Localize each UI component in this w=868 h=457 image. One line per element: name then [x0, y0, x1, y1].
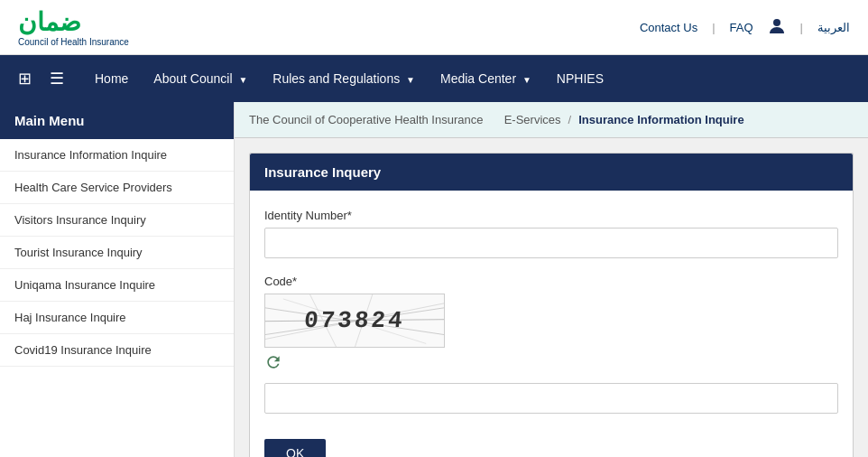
list-item: Uniqama Insurance Inquire [0, 269, 234, 302]
main-content: The Council of Cooperative Health Insura… [235, 102, 868, 457]
list-item: Insurance Information Inquire [0, 139, 234, 172]
nav-nphies[interactable]: NPHIES [544, 58, 616, 99]
rules-arrow: ▼ [406, 75, 415, 85]
sidebar-tourist-insurance[interactable]: Tourist Insurance Inquiry [0, 237, 234, 269]
sidebar-uniqama-insurance[interactable]: Uniqama Insurance Inquire [0, 269, 234, 302]
person-icon[interactable] [768, 17, 786, 38]
sidebar-health-care[interactable]: Health Care Service Providers [0, 172, 234, 204]
breadcrumb-sep1 [490, 113, 496, 126]
sidebar-haj-insurance[interactable]: Haj Insurance Inquire [0, 302, 234, 334]
nav-bar: ⊞ ☰ Home About Council ▼ Rules and Regul… [0, 55, 868, 102]
captcha-image: 073824 [264, 294, 445, 348]
top-links: Contact Us | FAQ | العربية [640, 17, 850, 38]
list-item: Covid19 Insurance Inquire [0, 334, 234, 367]
nav-about-council[interactable]: About Council ▼ [141, 58, 260, 99]
captcha-text: 073824 [303, 307, 406, 334]
logo-arabic-text: ضمان [18, 8, 81, 36]
divider-2: | [800, 21, 803, 34]
about-council-arrow: ▼ [238, 75, 247, 85]
sidebar-insurance-info[interactable]: Insurance Information Inquire [0, 139, 234, 172]
divider-1: | [712, 21, 715, 34]
breadcrumb-current: Insurance Information Inquire [578, 113, 743, 126]
breadcrumb: The Council of Cooperative Health Insura… [235, 102, 868, 138]
nav-rules-regulations[interactable]: Rules and Regulations ▼ [260, 58, 428, 99]
nav-media-center[interactable]: Media Center ▼ [428, 58, 544, 99]
list-item: Visitors Insurance Inquiry [0, 204, 234, 237]
sidebar-title: Main Menu [0, 102, 234, 139]
top-bar: ضمان Council of Health Insurance Contact… [0, 0, 868, 55]
breadcrumb-level2[interactable]: E-Services [504, 113, 561, 126]
code-input[interactable] [264, 383, 838, 414]
list-item: Health Care Service Providers [0, 172, 234, 204]
grid-icon[interactable]: ⊞ [9, 61, 41, 96]
ok-button[interactable]: OK [264, 439, 326, 457]
media-arrow: ▼ [522, 75, 531, 85]
svg-point-0 [773, 19, 780, 26]
captcha-refresh-button[interactable] [264, 353, 282, 376]
form-box-title: Insurance Inquery [250, 154, 853, 191]
sidebar-visitors-insurance[interactable]: Visitors Insurance Inquiry [0, 204, 234, 237]
content-wrapper: Main Menu Insurance Information Inquire … [0, 102, 868, 457]
captcha-container: 073824 [264, 294, 838, 376]
code-label: Code* [264, 275, 838, 288]
list-icon[interactable]: ☰ [41, 61, 73, 96]
form-body: Identity Number* Code* [250, 191, 853, 457]
form-box: Insurance Inquery Identity Number* Code* [249, 153, 854, 457]
logo-subtitle: Council of Health Insurance [18, 37, 129, 47]
identity-label: Identity Number* [264, 209, 838, 222]
sidebar: Main Menu Insurance Information Inquire … [0, 102, 235, 457]
arabic-link[interactable]: العربية [817, 21, 850, 34]
form-container: Insurance Inquery Identity Number* Code* [235, 138, 868, 457]
contact-us-link[interactable]: Contact Us [640, 21, 697, 34]
breadcrumb-root[interactable]: The Council of Cooperative Health Insura… [249, 113, 483, 126]
identity-number-group: Identity Number* [264, 209, 838, 258]
identity-input[interactable] [264, 228, 838, 258]
nav-home[interactable]: Home [82, 58, 141, 99]
logo-area: ضمان Council of Health Insurance [18, 7, 129, 47]
nav-links: Home About Council ▼ Rules and Regulatio… [82, 58, 616, 99]
sidebar-covid19-insurance[interactable]: Covid19 Insurance Inquire [0, 334, 234, 367]
faq-link[interactable]: FAQ [730, 21, 753, 34]
sidebar-menu: Insurance Information Inquire Health Car… [0, 139, 234, 367]
list-item: Haj Insurance Inquire [0, 302, 234, 334]
breadcrumb-sep2: / [568, 113, 572, 126]
list-item: Tourist Insurance Inquiry [0, 237, 234, 269]
code-group: Code* [264, 275, 838, 414]
